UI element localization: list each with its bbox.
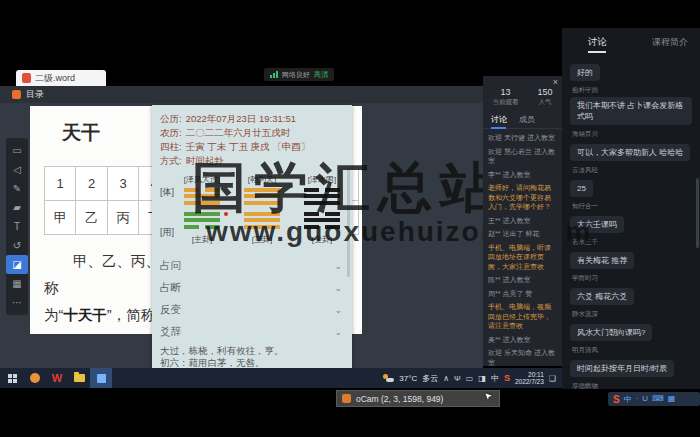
chevron-down-icon[interactable]: ⌄ bbox=[334, 283, 342, 293]
chat-message: 手机、电脑端，听课回放地址在课程页面，大家注意查收 bbox=[488, 243, 557, 272]
yao-line: 大过，栋桡，利有攸往，亨。 bbox=[160, 345, 344, 357]
keyboard-icon[interactable]: ⌨ bbox=[652, 394, 664, 405]
taskbar-clock[interactable]: 20:11 2022/7/23 bbox=[515, 371, 544, 386]
mic-icon[interactable]: Ψ bbox=[454, 374, 461, 383]
stream-quality-pill: 网络良好 高清 bbox=[264, 68, 334, 81]
table-cell: 1 bbox=[45, 167, 76, 201]
recorded-chat-messages: 欢迎 天行健 进入教室欢迎 慧心若兰 进入教室李** 进入教室老师好，请问梅花易… bbox=[483, 129, 562, 366]
panel-tab-课程简介[interactable]: 课程简介 bbox=[652, 36, 688, 49]
note-tool[interactable]: ▭ bbox=[6, 141, 28, 160]
live-class-messages: 好的抱朴守拙我们本期不讲 占卜课会发新格式吗海纳百川可以，大家多帮助新人 哈哈哈… bbox=[562, 49, 700, 389]
message-bubble: 风水大门朝向课吗? bbox=[570, 324, 652, 341]
pen-tool[interactable]: ✎ bbox=[6, 179, 28, 198]
ime-cn-icon[interactable]: 中 bbox=[624, 394, 632, 405]
wps-document-tab[interactable]: 二级.word bbox=[16, 70, 106, 86]
eraser-tool[interactable]: ◪ bbox=[6, 255, 28, 274]
panel-scrollbar[interactable] bbox=[347, 167, 350, 277]
ten-stems-term: 十天干 bbox=[63, 307, 107, 323]
chevron-down-icon[interactable]: ⌄ bbox=[334, 327, 342, 337]
section-row[interactable]: 爻辞⌄ bbox=[160, 321, 342, 343]
viewer-stats: 13当前观看150人气 bbox=[483, 87, 562, 107]
section-label: 占问 bbox=[160, 259, 181, 273]
message-username: 厚德载物 bbox=[572, 382, 692, 389]
recorded-chat-tabs: 讨论成员 bbox=[483, 114, 562, 129]
chat-message: 陈** 进入教室 bbox=[488, 275, 557, 285]
chat-tab-成员[interactable]: 成员 bbox=[519, 114, 535, 125]
weather-icon bbox=[383, 374, 394, 382]
message-group: 知行合一大六壬课吗 bbox=[570, 202, 692, 233]
chat-message: 欢迎 天行健 进入教室 bbox=[488, 133, 557, 143]
wps-doc-icon bbox=[22, 73, 31, 83]
active-app-icon[interactable] bbox=[90, 368, 112, 388]
close-icon[interactable]: × bbox=[553, 77, 558, 87]
live-class-tabs: 讨论课程简介 bbox=[562, 28, 700, 49]
panel-sections: 占问⌄占断⌄反变⌄爻辞⌄ bbox=[152, 255, 352, 343]
shapes-tool[interactable]: ▦ bbox=[6, 274, 28, 293]
network-icon[interactable]: ◨ bbox=[478, 374, 486, 383]
explorer-icon[interactable] bbox=[68, 368, 90, 388]
section-label: 爻辞 bbox=[160, 325, 181, 339]
message-username: 抱朴守拙 bbox=[572, 86, 692, 95]
message-bubble: 25 bbox=[570, 180, 593, 197]
sogou-input-bar[interactable]: S 中·U⌨▦ bbox=[608, 392, 700, 406]
taskbar-apps: W bbox=[24, 368, 112, 388]
wps-icon[interactable]: W bbox=[46, 368, 68, 388]
hexagram-role: [互卦] bbox=[252, 234, 272, 245]
chat-message: 吴** 进入教室 bbox=[488, 335, 557, 345]
section-row[interactable]: 反变⌄ bbox=[160, 299, 342, 321]
hexagram: [乾为天][互卦] bbox=[242, 174, 282, 245]
chat-message: 欢迎 慧心若兰 进入教室 bbox=[488, 147, 557, 166]
cursor-tool[interactable]: ◁ bbox=[6, 160, 28, 179]
tray-expand-icon[interactable]: ∧ bbox=[443, 374, 449, 383]
browser-icon[interactable] bbox=[24, 368, 46, 388]
punct-icon[interactable]: · bbox=[636, 394, 639, 405]
sogou-tray-icon[interactable]: S bbox=[504, 373, 510, 383]
hexagram: [泽风大过][主卦] bbox=[182, 174, 222, 245]
hexagram: [泽水困][变卦] bbox=[302, 174, 342, 245]
sogou-logo-icon[interactable]: S bbox=[613, 394, 620, 405]
hexagram-name: [泽水困] bbox=[308, 174, 336, 185]
message-bubble: 有关梅花 推荐 bbox=[570, 252, 634, 269]
more-tool[interactable]: ⋯ bbox=[6, 293, 28, 312]
message-group: 抱朴守拙我们本期不讲 占卜课会发新格式吗 bbox=[570, 86, 692, 125]
message-group: 厚德载物自强不息 bbox=[570, 382, 692, 389]
ocam-label: oCam (2, 3, 1598, 949) bbox=[356, 394, 443, 404]
message-username: 知行合一 bbox=[572, 202, 692, 211]
section-row[interactable]: 占问⌄ bbox=[160, 255, 342, 277]
table-cell: 丙 bbox=[108, 201, 139, 235]
ocam-recorder-bar[interactable]: oCam (2, 3, 1598, 949) bbox=[336, 390, 500, 407]
toolbox-icon[interactable]: ▦ bbox=[668, 394, 676, 405]
clock-date: 2022/7/23 bbox=[515, 378, 544, 386]
text-tool[interactable]: T bbox=[6, 217, 28, 236]
hexagram-columns: [泽风大过][主卦][乾为天][互卦][泽水困][变卦] bbox=[152, 174, 352, 245]
action-center-icon[interactable]: ❏ bbox=[549, 374, 556, 383]
chevron-down-icon[interactable]: ⌄ bbox=[334, 305, 342, 315]
weather-desc[interactable]: 多云 bbox=[422, 373, 438, 384]
table-cell: 乙 bbox=[76, 201, 107, 235]
ime-icon[interactable]: 中 bbox=[491, 373, 499, 384]
display-icon[interactable]: ▭ bbox=[466, 374, 474, 383]
message-group: 静水流深风水大门朝向课吗? bbox=[570, 310, 692, 341]
start-button[interactable] bbox=[0, 368, 24, 388]
windows-logo-icon bbox=[8, 374, 12, 378]
panel-tab-讨论[interactable]: 讨论 bbox=[588, 36, 607, 49]
highlighter-tool[interactable]: ▰ bbox=[6, 198, 28, 217]
shape-icon[interactable]: U bbox=[642, 394, 648, 405]
live-class-panel: 讨论课程简介 好的抱朴守拙我们本期不讲 占卜课会发新格式吗海纳百川可以，大家多帮… bbox=[562, 28, 700, 389]
date-info-line: 方式:时间起卦 bbox=[160, 154, 348, 168]
chat-message: 周** 点亮了 赞 bbox=[488, 289, 557, 299]
section-row[interactable]: 占断⌄ bbox=[160, 277, 342, 299]
wps-menu-label[interactable]: 目录 bbox=[26, 88, 44, 101]
live-class-scrollbar[interactable] bbox=[696, 178, 699, 248]
hexagram-panel: 公历:2022年07月23日 19:31:51农历:二〇二二年六月廿五戌时四柱:… bbox=[152, 105, 352, 368]
message-group: 明月清风时间起卦按年月日时/时辰 bbox=[570, 346, 692, 377]
undo-tool[interactable]: ↺ bbox=[6, 236, 28, 255]
table-cell: 甲 bbox=[45, 201, 76, 235]
chevron-down-icon[interactable]: ⌄ bbox=[334, 261, 342, 271]
message-group: 海纳百川可以，大家多帮助新人 哈哈哈 bbox=[570, 130, 692, 161]
wps-doc-tab-label: 二级.word bbox=[35, 72, 75, 85]
screen: 二级.word 网络良好 高清 目录 ▭◁✎▰T↺◪▦⋯ 天干 12345678… bbox=[0, 0, 700, 437]
weather-temp[interactable]: 37°C bbox=[399, 374, 417, 383]
use-trigram-label: [用] bbox=[160, 226, 174, 239]
chat-tab-讨论[interactable]: 讨论 bbox=[491, 114, 507, 125]
